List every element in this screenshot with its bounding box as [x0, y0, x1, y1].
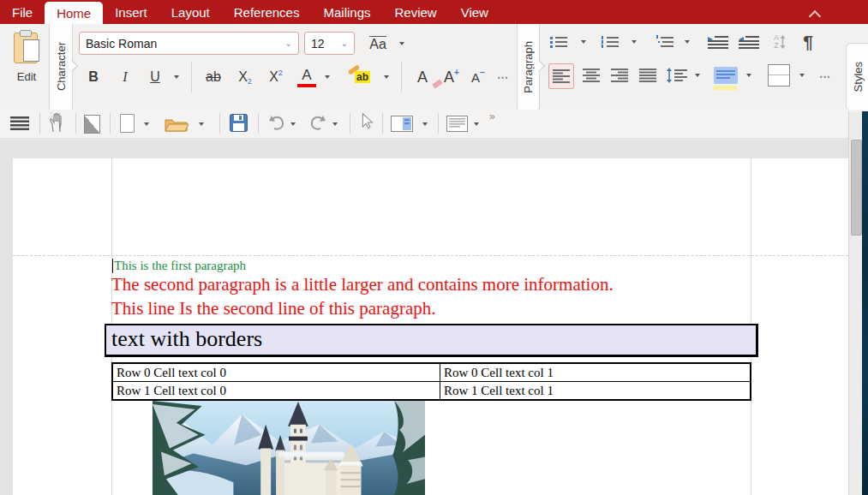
underline-button[interactable]: U	[144, 65, 166, 89]
italic-button[interactable]: I	[115, 65, 135, 89]
castle-image[interactable]	[153, 401, 425, 495]
select-cursor-icon[interactable]	[360, 112, 374, 133]
decrease-indent-icon[interactable]	[738, 33, 760, 51]
superscript-button[interactable]: X2	[263, 65, 289, 89]
text-cursor	[112, 259, 113, 273]
change-case-button[interactable]: Aa	[363, 34, 392, 53]
paragraph-second-line2[interactable]: This line Is the second line of this par…	[111, 298, 435, 319]
font-size-select[interactable]: 12 ⌄	[304, 32, 355, 55]
edit-group-label[interactable]: Edit	[7, 70, 46, 83]
tab-insert[interactable]: Insert	[103, 0, 159, 24]
underline-dropdown-icon[interactable]	[174, 75, 179, 79]
menu-bar: File Home Insert Layout References Maili…	[0, 0, 868, 24]
show-formatting-marks-button[interactable]: ¶	[799, 31, 817, 53]
shading-button[interactable]	[712, 62, 739, 89]
page-view-dropdown-icon[interactable]	[474, 122, 479, 126]
sidebar-panel-icon[interactable]	[391, 116, 413, 132]
borders-button[interactable]	[766, 63, 792, 87]
bullet-list-dropdown-icon[interactable]	[581, 40, 586, 44]
bordered-text-box[interactable]: text with borders	[105, 324, 758, 357]
paragraph-second-line1[interactable]: The second paragraph is a little larger …	[111, 274, 614, 295]
open-folder-icon[interactable]	[165, 116, 189, 132]
bold-button[interactable]: B	[82, 65, 105, 89]
sidebar-dropdown-icon[interactable]	[422, 122, 428, 126]
shading-dropdown-icon[interactable]	[746, 74, 751, 77]
table-cell[interactable]: Row 0 Cell text col 0	[112, 363, 440, 382]
change-case-dropdown-icon[interactable]	[399, 42, 404, 45]
top-margin-guide	[13, 255, 848, 256]
multilevel-list-icon[interactable]	[655, 33, 675, 51]
table-cell[interactable]: Row 1 Cell text col 0	[112, 382, 440, 401]
paragraph-first[interactable]: This is the first paragraph	[114, 259, 246, 273]
styles-group-label: Styles	[852, 62, 865, 92]
collapse-ribbon-icon[interactable]	[811, 9, 821, 16]
justify-button[interactable]	[636, 63, 660, 87]
tab-home[interactable]: Home	[45, 2, 103, 24]
character-more-button[interactable]: ⋯	[493, 65, 513, 89]
tab-layout[interactable]: Layout	[159, 0, 222, 24]
chevron-down-icon: ⌄	[285, 39, 292, 48]
redo-dropdown-icon[interactable]	[332, 122, 338, 126]
font-name-select[interactable]: Basic Roman ⌄	[79, 32, 299, 55]
window-edge-strip	[862, 111, 868, 495]
table-cell[interactable]: Row 1 Cell text col 1	[440, 382, 751, 401]
tab-references[interactable]: References	[222, 0, 312, 24]
undo-icon[interactable]	[267, 115, 286, 131]
vertical-scrollbar[interactable]	[848, 111, 863, 495]
font-color-button[interactable]: A	[295, 65, 319, 89]
redo-icon[interactable]	[308, 115, 327, 131]
new-document-icon[interactable]	[120, 114, 135, 133]
document-area: This is the first paragraph The second p…	[0, 138, 862, 495]
page-view-icon[interactable]	[446, 116, 468, 132]
table-row: Row 1 Cell text col 0 Row 1 Cell text co…	[112, 382, 751, 401]
menu-file[interactable]: File	[0, 0, 45, 24]
save-icon[interactable]	[230, 114, 248, 132]
table-cell[interactable]: Row 0 Cell text col 1	[440, 363, 751, 382]
table-row: Row 0 Cell text col 0 Row 0 Cell text co…	[112, 363, 751, 382]
clear-formatting-button[interactable]: A	[408, 65, 437, 89]
align-left-button[interactable]	[548, 63, 574, 89]
line-spacing-button[interactable]	[664, 63, 690, 87]
highlight-dropdown-icon[interactable]	[384, 75, 389, 79]
sort-icon: AZ	[769, 31, 790, 53]
highlight-button[interactable]: ab	[344, 65, 380, 89]
tab-review[interactable]: Review	[383, 0, 449, 24]
borders-dropdown-icon[interactable]	[799, 74, 805, 77]
shrink-font-button[interactable]: A−	[467, 65, 489, 89]
toolbar-overflow-button[interactable]: »	[489, 110, 495, 122]
align-right-button[interactable]	[608, 63, 632, 87]
font-color-dropdown-icon[interactable]	[325, 75, 330, 79]
paragraph-more-button[interactable]: ⋯	[815, 65, 835, 87]
paragraph-group-label: Paragraph	[522, 41, 535, 93]
subscript-button[interactable]: X2	[232, 65, 258, 89]
increase-indent-icon[interactable]	[707, 33, 729, 51]
font-name-value: Basic Roman	[86, 37, 285, 51]
textmaker-window: File Home Insert Layout References Maili…	[0, 0, 868, 495]
align-center-button[interactable]	[579, 63, 603, 87]
page-contrast-icon[interactable]	[84, 115, 100, 134]
character-group-label: Character	[55, 42, 68, 91]
chevron-down-icon: ⌄	[341, 39, 348, 48]
styles-group-tab[interactable]: Styles	[846, 43, 868, 111]
tab-mailings[interactable]: Mailings	[311, 0, 382, 24]
tab-view[interactable]: View	[449, 0, 500, 24]
numbered-list-dropdown-icon[interactable]	[632, 40, 637, 44]
undo-dropdown-icon[interactable]	[290, 122, 296, 126]
line-spacing-dropdown-icon[interactable]	[695, 74, 700, 77]
strikethrough-button[interactable]: ab	[200, 65, 227, 89]
menu-icon[interactable]	[10, 116, 29, 131]
font-size-value: 12	[311, 37, 341, 51]
paste-clipboard-icon[interactable]	[12, 31, 41, 63]
document-page[interactable]: This is the first paragraph The second p…	[13, 158, 848, 495]
pan-hand-icon[interactable]	[48, 112, 67, 134]
grow-font-button[interactable]: A+	[440, 65, 463, 89]
open-dropdown-icon[interactable]	[199, 122, 204, 126]
new-document-dropdown-icon[interactable]	[144, 122, 149, 126]
scrollbar-thumb[interactable]	[851, 140, 862, 236]
bullet-list-icon[interactable]	[548, 33, 569, 51]
document-table[interactable]: Row 0 Cell text col 0 Row 0 Cell text co…	[111, 362, 751, 401]
multilevel-list-dropdown-icon[interactable]	[685, 40, 690, 44]
numbered-list-icon[interactable]	[600, 33, 620, 51]
